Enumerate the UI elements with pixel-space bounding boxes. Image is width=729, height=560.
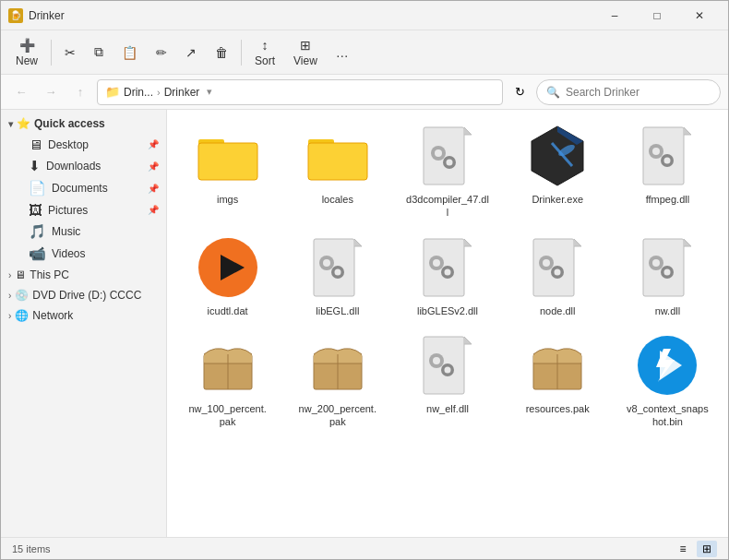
exe-icon xyxy=(524,123,591,189)
sidebar-header-quick-access[interactable]: ▾ ⭐ Quick access xyxy=(1,113,166,134)
delete-button[interactable]: 🗑 xyxy=(208,34,235,71)
new-icon: ➕ xyxy=(19,38,35,53)
sidebar-item-downloads[interactable]: ⬇ Downloads 📌 xyxy=(3,155,164,177)
paste-button[interactable]: 📋 xyxy=(114,34,145,71)
minimize-button[interactable]: – xyxy=(593,1,636,30)
path-part-1: Drin... xyxy=(124,86,153,99)
svg-point-13 xyxy=(435,149,442,157)
file-item-node[interactable]: node.dll xyxy=(505,229,611,323)
view-controls: ≡ ⊞ xyxy=(673,541,717,557)
file-item-libglesv2[interactable]: libGLESv2.dll xyxy=(394,229,500,323)
file-content: imgs locales xyxy=(167,110,728,537)
videos-icon: 📹 xyxy=(29,245,46,262)
network-icon: 🌐 xyxy=(15,309,29,322)
pin-icon-2: 📌 xyxy=(148,161,159,172)
sidebar-item-pictures[interactable]: 🖼 Pictures 📌 xyxy=(3,199,164,220)
sidebar-item-documents[interactable]: 📄 Documents 📌 xyxy=(3,177,164,199)
sidebar-item-this-pc[interactable]: › 🖥 This PC xyxy=(1,265,166,285)
cut-button[interactable]: ✂ xyxy=(57,34,83,71)
file-item-drinker-exe[interactable]: Drinker.exe xyxy=(505,117,611,225)
file-item-locales[interactable]: locales xyxy=(284,117,390,225)
sidebar-item-music[interactable]: 🎵 Music xyxy=(3,220,164,243)
file-item-ffmpeg[interactable]: ffmpeg.dll xyxy=(615,117,721,225)
sidebar-item-videos[interactable]: 📹 Videos xyxy=(3,243,164,265)
file-item-imgs[interactable]: imgs xyxy=(174,117,281,225)
refresh-button[interactable]: ↻ xyxy=(507,79,532,105)
file-name-libegl: libEGL.dll xyxy=(316,304,359,317)
dll-icon-5 xyxy=(524,234,591,301)
search-box[interactable]: 🔍 xyxy=(536,79,721,105)
rename-icon: ✏ xyxy=(156,45,167,60)
file-item-v8snapshot[interactable]: v8_context_snapshot.bin xyxy=(615,327,721,435)
title-bar-controls: – □ ✕ xyxy=(593,1,721,30)
dvd-label: DVD Drive (D:) CCCC xyxy=(32,289,141,302)
delete-icon: 🗑 xyxy=(215,45,228,60)
list-view-button[interactable]: ≡ xyxy=(673,541,693,557)
sidebar-item-videos-label: Videos xyxy=(52,247,85,260)
file-name-node: node.dll xyxy=(540,304,576,317)
window-title: Drinker xyxy=(29,9,593,22)
svg-point-27 xyxy=(664,158,671,164)
file-item-nw100[interactable]: nw_100_percent.pak xyxy=(174,327,281,435)
file-item-nwelf[interactable]: nw_elf.dll xyxy=(394,327,500,435)
file-name-libglesv2: libGLESv2.dll xyxy=(417,304,478,317)
view-button[interactable]: ⊞ View xyxy=(286,34,325,71)
maximize-button[interactable]: □ xyxy=(636,1,678,30)
desktop-icon: 🖥 xyxy=(29,137,42,152)
sidebar-item-downloads-label: Downloads xyxy=(46,160,101,173)
quick-access-label: Quick access xyxy=(34,117,105,130)
copy-button[interactable]: ⧉ xyxy=(87,34,111,71)
file-item-resources[interactable]: resources.pak xyxy=(505,327,611,435)
close-button[interactable]: ✕ xyxy=(678,1,721,30)
app-icon: 🍺 xyxy=(8,8,23,23)
up-button[interactable]: ↑ xyxy=(67,79,93,105)
file-item-nw[interactable]: nw.dll xyxy=(615,229,721,323)
file-name-d3dcompiler: d3dcompiler_47.dll xyxy=(406,193,489,220)
this-pc-label: This PC xyxy=(30,268,69,281)
file-name-icudtl: icudtl.dat xyxy=(208,304,248,317)
svg-point-37 xyxy=(334,268,341,275)
svg-point-45 xyxy=(444,268,450,275)
file-grid: imgs locales xyxy=(174,117,721,434)
file-item-icudtl[interactable]: icudtl.dat xyxy=(174,229,281,323)
sidebar-item-network[interactable]: › 🌐 Network xyxy=(1,305,166,326)
search-input[interactable] xyxy=(566,86,711,99)
sidebar-item-desktop[interactable]: 🖥 Desktop 📌 xyxy=(3,134,164,155)
file-name-nw100: nw_100_percent.pak xyxy=(186,402,269,429)
share-button[interactable]: ↗ xyxy=(178,34,204,71)
svg-point-51 xyxy=(543,259,550,267)
music-icon: 🎵 xyxy=(29,223,46,240)
svg-point-35 xyxy=(323,259,330,267)
pictures-icon: 🖼 xyxy=(29,202,42,218)
window: 🍺 Drinker – □ ✕ ➕ New ✂ ⧉ 📋 ✏ ↗ 🗑 xyxy=(0,0,729,560)
address-path[interactable]: 📁 Drin... › Drinker ▾ xyxy=(97,79,503,105)
chevron-right-icon-3: › xyxy=(8,311,11,321)
path-sep: › xyxy=(157,87,161,98)
more-button[interactable]: … xyxy=(329,34,356,71)
svg-point-43 xyxy=(433,259,440,267)
pak-icon-3 xyxy=(524,332,591,399)
sidebar-item-desktop-label: Desktop xyxy=(48,138,89,151)
chevron-right-icon-2: › xyxy=(8,291,11,301)
cut-icon: ✂ xyxy=(65,45,76,60)
rename-button[interactable]: ✏ xyxy=(149,34,174,71)
svg-point-61 xyxy=(664,268,671,275)
back-button[interactable]: ← xyxy=(8,79,34,105)
search-icon: 🔍 xyxy=(546,86,560,99)
file-item-nw200[interactable]: nw_200_percent.pak xyxy=(284,327,390,435)
path-part-2: Drinker xyxy=(164,86,200,99)
svg-point-25 xyxy=(652,148,660,155)
dll-icon-2 xyxy=(634,123,700,189)
new-button[interactable]: ➕ New xyxy=(8,34,45,71)
file-name-nw200: nw_200_percent.pak xyxy=(296,402,379,429)
sidebar-item-dvd[interactable]: › 💿 DVD Drive (D:) CCCC xyxy=(1,285,166,305)
sort-icon: ↕ xyxy=(262,38,269,53)
toolbar: ➕ New ✂ ⧉ 📋 ✏ ↗ 🗑 ↕ Sort ⊞ View xyxy=(1,30,728,75)
file-item-libegl[interactable]: libEGL.dll xyxy=(284,229,390,323)
forward-button[interactable]: → xyxy=(38,79,64,105)
sidebar-item-pictures-label: Pictures xyxy=(48,204,88,217)
dat-icon xyxy=(195,234,261,301)
grid-view-button[interactable]: ⊞ xyxy=(697,541,717,557)
file-item-d3dcompiler[interactable]: d3dcompiler_47.dll xyxy=(394,117,500,225)
sort-button[interactable]: ↕ Sort xyxy=(247,34,282,71)
